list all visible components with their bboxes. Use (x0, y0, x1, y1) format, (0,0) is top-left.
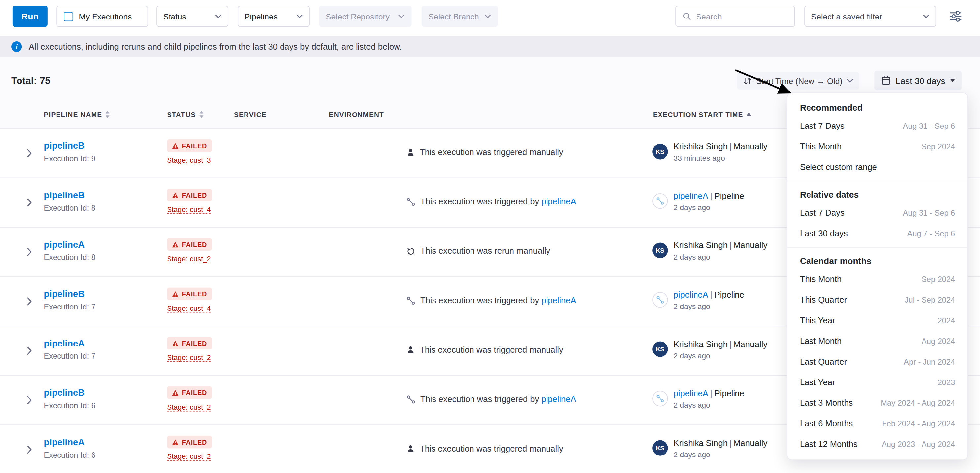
trigger-type: Pipeline (714, 191, 745, 200)
expand-row-chevron-icon[interactable] (27, 346, 32, 355)
pipeline-name-link[interactable]: pipelineA (44, 338, 84, 348)
trigger-info: This execution was rerun manually (406, 246, 550, 256)
starter-name: Krishika Singh (674, 241, 727, 250)
chevron-down-icon (923, 14, 929, 18)
date-range-option[interactable]: Last 7 Days Aug 31 - Sep 6 (788, 116, 967, 136)
trigger-info: This execution was triggered by pipeline… (406, 197, 576, 206)
rerun-icon (406, 247, 415, 256)
trigger-pipeline-link[interactable]: pipelineA (541, 296, 576, 305)
saved-filter-dropdown[interactable]: Select a saved filter (804, 6, 936, 27)
expand-row-chevron-icon[interactable] (27, 149, 32, 157)
trigger-info: This execution was triggered manually (406, 444, 563, 453)
sort-order-dropdown[interactable]: Start Time (New → Old) (738, 72, 859, 89)
date-range-option[interactable]: This Quarter Jul - Sep 2024 (788, 289, 967, 310)
pipeline-name-link[interactable]: pipelineB (44, 289, 84, 298)
toolbar: Run My Executions Status Pipelines Selec… (0, 0, 980, 36)
starter-name: Krishika Singh (674, 340, 727, 349)
date-range-option[interactable]: Last 30 days Aug 7 - Sep 6 (788, 223, 967, 244)
caret-down-icon (950, 79, 955, 82)
starter-name: pipelineA (674, 290, 708, 299)
search-input[interactable] (696, 11, 788, 21)
trigger-type: Manually (733, 241, 767, 250)
expand-row-chevron-icon[interactable] (27, 297, 32, 306)
starter-name: pipelineA (674, 191, 708, 200)
my-executions-checkbox[interactable] (64, 11, 73, 21)
expand-row-chevron-icon[interactable] (27, 198, 32, 207)
pipeline-trigger-icon (406, 296, 415, 305)
user-icon (406, 346, 415, 354)
column-header[interactable]: STATUS (167, 111, 204, 118)
trigger-type: Manually (733, 438, 767, 448)
date-range-option[interactable]: Last 7 Days Aug 31 - Sep 6 (788, 203, 967, 223)
date-range-option[interactable]: Select custom range (788, 157, 967, 178)
select-repository-dropdown[interactable]: Select Repository (319, 6, 411, 27)
date-range-option[interactable]: Last 3 Months May 2024 - Aug 2024 (788, 393, 967, 413)
date-range-dropdown-button[interactable]: Last 30 days (874, 71, 962, 90)
date-range-option[interactable]: Last 12 Months Aug 2023 - Aug 2024 (788, 434, 967, 454)
my-executions-filter[interactable]: My Executions (56, 6, 148, 27)
failed-stage-link[interactable]: Stage: cust_4 (167, 206, 211, 214)
search-icon (682, 12, 691, 21)
expand-row-chevron-icon[interactable] (27, 248, 32, 256)
executions-page: Run My Executions Status Pipelines Selec… (0, 0, 980, 473)
user-avatar: KS (652, 440, 668, 456)
calendar-icon (881, 76, 891, 85)
chevron-down-icon (847, 79, 853, 82)
date-range-option[interactable]: Last 6 Months Feb 2024 - Aug 2024 (788, 413, 967, 434)
total-count: Total: 75 (11, 75, 50, 86)
trigger-info: This execution was triggered by pipeline… (406, 296, 576, 305)
trigger-type: Pipeline (714, 290, 745, 299)
execution-id: Execution Id: 6 (44, 401, 95, 410)
select-branch-dropdown[interactable]: Select Branch (422, 6, 498, 27)
date-range-option[interactable]: Last Year 2023 (788, 372, 967, 392)
failed-stage-link[interactable]: Stage: cust_2 (167, 452, 211, 461)
pipeline-name-link[interactable]: pipelineA (44, 437, 84, 447)
column-header[interactable]: PIPELINE NAME (44, 111, 110, 118)
date-range-option[interactable]: Last Quarter Apr - Jun 2024 (788, 351, 967, 372)
pipeline-name-link[interactable]: pipelineB (44, 190, 84, 200)
trigger-pipeline-link[interactable]: pipelineA (541, 197, 576, 206)
my-executions-label: My Executions (79, 11, 132, 21)
pipeline-trigger-icon (406, 197, 415, 206)
column-header[interactable]: EXECUTION START TIME (653, 111, 752, 118)
failed-stage-link[interactable]: Stage: cust_2 (167, 255, 211, 263)
filter-settings-button[interactable] (948, 9, 963, 25)
pipeline-name-link[interactable]: pipelineA (44, 240, 84, 249)
execution-start-time-cell: KS Krishika Singh|Manually 2 days ago (652, 335, 767, 360)
failed-stage-link[interactable]: Stage: cust_2 (167, 354, 211, 362)
status-badge: FAILED (167, 386, 212, 399)
date-range-option[interactable]: Last Month Aug 2024 (788, 331, 967, 351)
failed-stage-link[interactable]: Stage: cust_3 (167, 156, 211, 165)
date-range-option[interactable]: This Month Sep 2024 (788, 269, 967, 289)
trigger-text: This execution was triggered by (420, 394, 541, 404)
run-button[interactable]: Run (13, 6, 48, 27)
failed-stage-link[interactable]: Stage: cust_4 (167, 305, 211, 313)
trigger-text: This execution was triggered by (420, 197, 541, 206)
starter-name: Krishika Singh (674, 142, 727, 151)
date-range-option[interactable]: This Month Sep 2024 (788, 137, 967, 157)
trigger-pipeline-link[interactable]: pipelineA (541, 394, 576, 404)
date-menu-section: Recommended Last 7 Days Aug 31 - Sep 6 T… (788, 96, 967, 178)
expand-row-chevron-icon[interactable] (27, 445, 32, 454)
pipelines-dropdown[interactable]: Pipelines (237, 6, 310, 27)
time-ago: 33 minutes ago (674, 154, 768, 162)
sort-both-icon (105, 111, 110, 118)
failed-stage-link[interactable]: Stage: cust_2 (167, 403, 211, 411)
execution-id: Execution Id: 8 (44, 204, 95, 213)
column-header: ENVIRONMENT (329, 111, 384, 118)
pipeline-name-link[interactable]: pipelineB (44, 388, 84, 398)
trigger-text: This execution was triggered manually (420, 345, 563, 354)
date-range-option[interactable]: This Year 2024 (788, 310, 967, 331)
status-badge: FAILED (167, 288, 212, 300)
user-avatar: KS (652, 144, 668, 159)
expand-row-chevron-icon[interactable] (27, 396, 32, 404)
time-ago: 2 days ago (674, 351, 768, 360)
execution-id: Execution Id: 7 (44, 303, 95, 311)
time-ago: 2 days ago (674, 450, 768, 459)
status-dropdown[interactable]: Status (156, 6, 228, 27)
pipeline-name-link[interactable]: pipelineB (44, 141, 84, 151)
status-badge: FAILED (167, 436, 212, 448)
sort-both-icon (199, 111, 204, 118)
status-badge: FAILED (167, 238, 212, 251)
info-icon: i (11, 41, 22, 52)
